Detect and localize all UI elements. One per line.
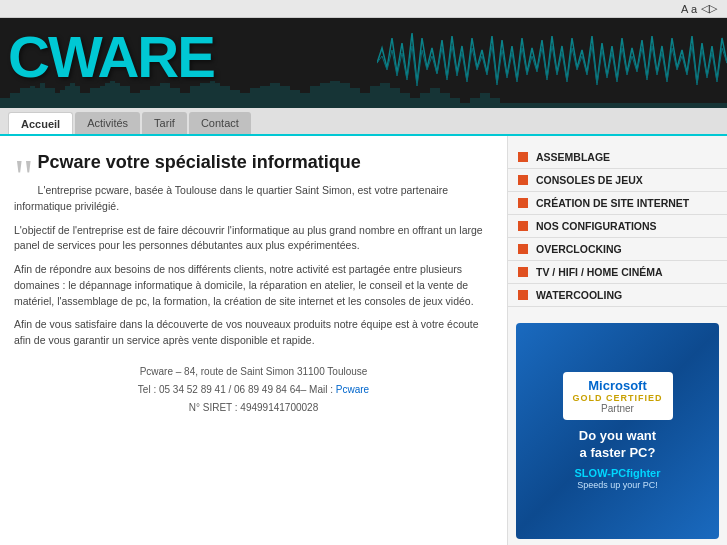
sidebar-item-label: OVERCLOCKING [536,243,622,255]
microsoft-text: Microsoft [573,378,663,393]
nav-tab-accueil[interactable]: Accueil [8,112,73,134]
quote-mark: " [14,158,34,196]
nav-tab-tarif[interactable]: Tarif [142,112,187,134]
sidebar-item-consoles[interactable]: CONSOLES DE JEUX [508,169,727,192]
sidebar-item-label: CONSOLES DE JEUX [536,174,643,186]
sidebar-item-overclocking[interactable]: OVERCLOCKING [508,238,727,261]
main-navigation: Accueil Activités Tarif Contact [0,108,727,136]
arrows-label[interactable]: ◁▷ [701,2,717,15]
nav-tab-activites[interactable]: Activités [75,112,140,134]
header: CWARE [0,18,727,108]
sidebar-menu: ASSEMBLAGE CONSOLES DE JEUX CRÉATION DE … [508,136,727,317]
sidebar-dot-icon [518,221,528,231]
ad-headline3: Speeds up your PC! [577,480,658,490]
sidebar-item-watercooling[interactable]: WATERCOOLING [508,284,727,307]
top-bar: A a ◁▷ [0,0,727,18]
contact-phone: Tel : 05 34 52 89 41 / 06 89 49 84 64– M… [14,381,493,399]
microsoft-logo-area: Microsoft GOLD CERTIFIED Partner [563,372,673,420]
sidebar: ASSEMBLAGE CONSOLES DE JEUX CRÉATION DE … [507,136,727,545]
sidebar-dot-icon [518,198,528,208]
sidebar-dot-icon [518,175,528,185]
sidebar-item-label: CRÉATION DE SITE INTERNET [536,197,689,209]
ad-headline1: Do you wanta faster PC? [579,428,656,462]
nav-tab-contact[interactable]: Contact [189,112,251,134]
paragraph-2: L'objectif de l'entreprise est de faire … [14,223,493,255]
sidebar-dot-icon [518,152,528,162]
sidebar-item-label: ASSEMBLAGE [536,151,610,163]
font-size-label[interactable]: A a [681,3,697,15]
sidebar-item-tv-hifi[interactable]: TV / HIFI / HOME CINÉMA [508,261,727,284]
sidebar-item-assemblage[interactable]: ASSEMBLAGE [508,146,727,169]
site-logo[interactable]: CWARE [8,28,214,86]
paragraph-1: L'entreprise pcware, basée à Toulouse da… [14,183,493,215]
sidebar-dot-icon [518,290,528,300]
contact-address: Pcware – 84, route de Saint Simon 31100 … [14,363,493,381]
ad-banner[interactable]: Microsoft GOLD CERTIFIED Partner Do you … [516,323,719,539]
sidebar-dot-icon [518,267,528,277]
content-area: " Pcware votre spécialiste informatique … [0,136,727,545]
contact-mail-link[interactable]: Pcware [336,384,369,395]
sidebar-item-label: WATERCOOLING [536,289,622,301]
page-wrapper: CWARE Accueil Activités Tarif Contact " … [0,18,727,545]
sidebar-item-label: NOS CONFIGURATIONS [536,220,657,232]
contact-info: Pcware – 84, route de Saint Simon 31100 … [14,363,493,417]
partner-text: Partner [573,403,663,414]
sidebar-item-creation[interactable]: CRÉATION DE SITE INTERNET [508,192,727,215]
paragraph-4: Afin de vous satisfaire dans la découver… [14,317,493,349]
main-content: " Pcware votre spécialiste informatique … [0,136,507,545]
sidebar-item-configurations[interactable]: NOS CONFIGURATIONS [508,215,727,238]
contact-siret: N° SIRET : 49499141700028 [14,399,493,417]
sidebar-item-label: TV / HIFI / HOME CINÉMA [536,266,663,278]
sidebar-dot-icon [518,244,528,254]
paragraph-3: Afin de répondre aux besoins de nos diff… [14,262,493,309]
ad-headline2: SLOW-PCfighter [575,466,661,480]
main-heading: Pcware votre spécialiste informatique [14,152,493,173]
gold-certified-label: GOLD CERTIFIED [573,393,663,403]
